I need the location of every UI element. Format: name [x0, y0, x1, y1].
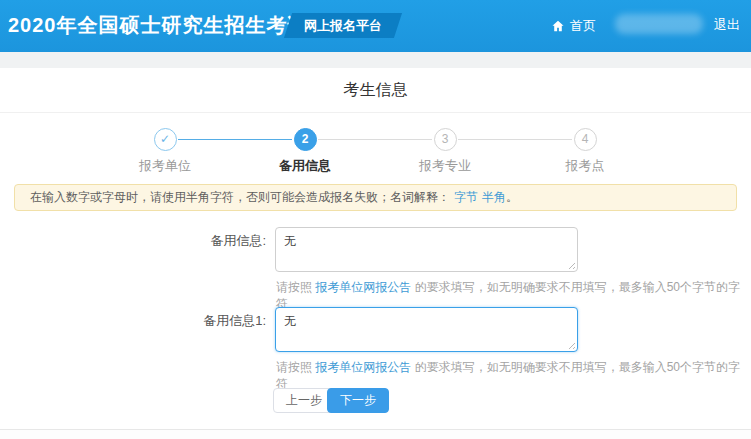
page-title: 考生信息	[344, 80, 408, 101]
step-label: 报考单位	[110, 157, 220, 175]
home-link[interactable]: 首页	[551, 16, 596, 36]
previous-step-button[interactable]: 上一步	[273, 388, 335, 413]
backup-info-label: 备用信息:	[150, 232, 266, 250]
check-icon: ✓	[154, 128, 177, 151]
platform-badge: 网上报名平台	[288, 13, 398, 38]
byte-definition-link[interactable]: 字节	[454, 189, 478, 206]
registration-page: 2020年全国硕士研究生招生考试 网上报名平台 首页 退出 考生信息 ✓ 报考单…	[0, 0, 751, 439]
platform-badge-label: 网上报名平台	[304, 18, 382, 33]
backup-info1-field-wrap: 无	[275, 307, 578, 352]
backup-info1-label: 备用信息1:	[150, 312, 266, 330]
logout-link[interactable]: 退出	[714, 16, 740, 34]
next-step-button[interactable]: 下一步	[327, 388, 389, 413]
step-label: 报考点	[530, 157, 640, 175]
step-backup-info[interactable]: 2 备用信息	[250, 128, 360, 175]
step-number: 2	[294, 128, 317, 151]
top-navbar: 2020年全国硕士研究生招生考试 网上报名平台 首页 退出	[0, 0, 751, 52]
home-link-label: 首页	[570, 17, 596, 35]
notice-suffix: 。	[506, 189, 518, 206]
step-number: 4	[574, 128, 597, 151]
help-prefix: 请按照	[276, 280, 315, 294]
progress-stepper: ✓ 报考单位 2 备用信息 3 报考专业 4 报考点	[0, 113, 751, 173]
backup-info-textarea[interactable]: 无	[275, 227, 578, 272]
halfwidth-definition-link[interactable]: 半角	[482, 189, 506, 206]
backup-info1-textarea[interactable]: 无	[275, 307, 578, 352]
step-application-major[interactable]: 3 报考专业	[390, 128, 500, 175]
page-title-bar: 考生信息	[0, 68, 751, 113]
help-prefix: 请按照	[276, 360, 315, 374]
unit-announcement-link[interactable]: 报考单位网报公告	[315, 280, 411, 294]
app-title: 2020年全国硕士研究生招生考试	[8, 12, 309, 39]
step-number: 3	[434, 128, 457, 151]
notice-text: 在输入数字或字母时，请使用半角字符，否则可能会造成报名失败；名词解释：	[30, 189, 450, 206]
username-redacted	[615, 14, 703, 34]
step-exam-site[interactable]: 4 报考点	[530, 128, 640, 175]
header-spacer	[0, 52, 751, 68]
home-icon	[551, 19, 565, 33]
halfwidth-notice-bar: 在输入数字或字母时，请使用半角字符，否则可能会造成报名失败；名词解释： 字节 半…	[14, 184, 737, 211]
step-label: 备用信息	[250, 157, 360, 175]
unit-announcement-link[interactable]: 报考单位网报公告	[315, 360, 411, 374]
step-application-unit[interactable]: ✓ 报考单位	[110, 128, 220, 175]
step-label: 报考专业	[390, 157, 500, 175]
footer-area	[0, 430, 751, 439]
backup-info-field-wrap: 无	[275, 227, 578, 272]
